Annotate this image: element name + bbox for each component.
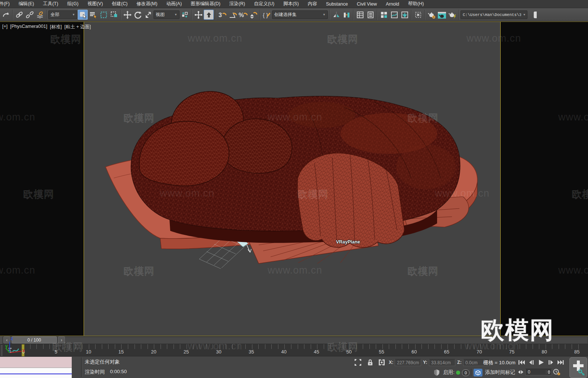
- listener-script-row[interactable]: [0, 368, 72, 378]
- cage-toggle-button[interactable]: [413, 10, 423, 20]
- unlink-icon[interactable]: [25, 10, 35, 20]
- align-button[interactable]: [342, 10, 352, 20]
- viewport-camera-label[interactable]: [PhysCamera001]: [10, 24, 47, 30]
- menu-item-11[interactable]: 脚本(S): [279, 0, 303, 8]
- scene-explorer-button[interactable]: [355, 10, 365, 20]
- edit-named-selection-sets-button[interactable]: { }: [262, 10, 272, 20]
- time-slider-track[interactable]: [65, 337, 587, 343]
- angle-snap-button[interactable]: [227, 10, 238, 20]
- ruler-label-5: 5: [55, 349, 57, 355]
- key-mode-toggle[interactable]: [517, 368, 524, 376]
- next-frame-button[interactable]: [546, 358, 555, 366]
- chevron-down-icon: ▼: [72, 13, 75, 16]
- go-to-start-button[interactable]: [517, 358, 526, 366]
- next-frame-arrow-button[interactable]: ›: [58, 336, 65, 343]
- bind-spacewarp-icon[interactable]: [35, 10, 45, 20]
- named-selection-sets-select[interactable]: 创建选择集 ▼: [272, 10, 328, 19]
- menu-item-5[interactable]: 创建(C): [107, 0, 132, 8]
- y-coord-field[interactable]: 33.814cm: [429, 359, 455, 366]
- menu-item-7[interactable]: 动画(A): [162, 0, 186, 8]
- ruler-label-75: 75: [509, 349, 514, 355]
- select-and-manipulate-button[interactable]: [193, 10, 203, 20]
- percent-snap-button[interactable]: %: [238, 10, 248, 20]
- listener-macro-row[interactable]: [0, 357, 72, 368]
- scale-button[interactable]: [143, 10, 153, 20]
- ruler-label-65: 65: [444, 349, 449, 355]
- menu-item-3[interactable]: 组(G): [63, 0, 83, 8]
- frame-spinner[interactable]: [546, 370, 552, 374]
- select-object-button[interactable]: [78, 10, 88, 20]
- divider: [471, 369, 472, 376]
- menu-item-14[interactable]: Civil View: [352, 1, 381, 7]
- render-time-label: 渲染时间: [85, 369, 105, 375]
- go-to-end-button[interactable]: [556, 358, 565, 366]
- y-coord-label: Y:: [423, 360, 427, 365]
- select-place-button[interactable]: [204, 10, 214, 20]
- clipped-toolbar-icon[interactable]: [528, 10, 538, 20]
- selection-filter-select[interactable]: 全部 ▼: [48, 10, 77, 19]
- menu-item-12[interactable]: 内容: [303, 0, 322, 8]
- z-coord-label: Z:: [457, 360, 462, 365]
- menu-item-10[interactable]: 自定义(U): [249, 0, 279, 8]
- snap-3d-button[interactable]: 3: [217, 10, 227, 20]
- menu-item-9[interactable]: 渲染(R): [225, 0, 249, 8]
- camera-view[interactable]: VRayPlane: [84, 22, 501, 336]
- selection-lock-toggle[interactable]: [366, 359, 374, 366]
- menu-item-2[interactable]: 工具(T): [39, 0, 63, 8]
- link-icon[interactable]: [14, 10, 24, 20]
- render-setup-button[interactable]: [426, 10, 436, 20]
- render-production-button[interactable]: [447, 10, 457, 20]
- rect-selection-region-button[interactable]: [98, 10, 109, 20]
- viewport-standard-label[interactable]: [标准]: [50, 24, 62, 30]
- menu-item-4[interactable]: 视图(V): [83, 0, 107, 8]
- use-pivot-center-button[interactable]: [180, 10, 190, 20]
- menu-item-0[interactable]: 文件(F): [0, 0, 14, 8]
- svg-text:x: x: [22, 348, 25, 353]
- x-coord-field[interactable]: 227.769cm: [395, 359, 421, 366]
- move-button[interactable]: [122, 10, 132, 20]
- ruler-label-70: 70: [476, 349, 482, 355]
- menu-item-8[interactable]: 图形编辑器(D): [186, 0, 225, 8]
- x-coord-label: X:: [389, 360, 394, 365]
- window-crossing-toggle[interactable]: [109, 10, 119, 20]
- dope-sheet-button[interactable]: [400, 10, 410, 20]
- layer-explorer-button[interactable]: [365, 10, 375, 20]
- select-by-name-button[interactable]: [88, 10, 98, 20]
- curve-editor-button[interactable]: [389, 10, 399, 20]
- play-button[interactable]: [537, 358, 545, 366]
- ruler-label-80: 80: [542, 349, 547, 355]
- menu-item-1[interactable]: 编辑(E): [14, 0, 39, 8]
- enable-count-badge: 0: [462, 369, 469, 376]
- spinner-snap-button[interactable]: [248, 10, 258, 20]
- add-time-tag[interactable]: 添加时间标记: [485, 369, 515, 376]
- drag-handle[interactable]: [0, 336, 2, 344]
- redo-button[interactable]: [1, 10, 11, 20]
- project-path-select[interactable]: C:\Users\Han\Documents\3ds Max 2022 ▼: [461, 10, 527, 19]
- previous-frame-button[interactable]: [527, 358, 536, 366]
- rendered-frame-window-button[interactable]: [437, 10, 447, 20]
- viewport-shading-label[interactable]: [粘土 + 边面]: [64, 24, 91, 30]
- time-tag-cube-button[interactable]: [474, 369, 482, 377]
- separator: [329, 10, 330, 20]
- time-configuration-button[interactable]: [553, 368, 560, 376]
- maxscript-mini-listener[interactable]: [0, 357, 72, 378]
- viewport[interactable]: [+] [PhysCamera001] [标准] [粘土 + 边面]: [0, 22, 588, 336]
- drag-handle[interactable]: [1, 345, 3, 356]
- set-key-plus-button[interactable]: [569, 357, 587, 378]
- mirror-button[interactable]: [331, 10, 341, 20]
- absolute-offset-toggle[interactable]: [378, 359, 386, 366]
- isolate-selection-toggle[interactable]: [354, 359, 362, 366]
- viewport-label[interactable]: [+] [PhysCamera001] [标准] [粘土 + 边面]: [2, 24, 91, 30]
- timeline-ruler[interactable]: 0510152025303540455055606570758085: [0, 344, 588, 356]
- ref-coord-select[interactable]: 视图 ▼: [154, 10, 180, 19]
- menu-item-15[interactable]: Arnold: [381, 1, 404, 7]
- viewport-menu-plus[interactable]: [+]: [2, 24, 7, 30]
- adaptive-degradation-shield-icon[interactable]: [433, 369, 441, 376]
- rotate-button[interactable]: [133, 10, 143, 20]
- menu-item-16[interactable]: 帮助(H): [404, 0, 428, 8]
- current-frame-field[interactable]: 0: [525, 369, 552, 375]
- menu-item-6[interactable]: 修改器(M): [132, 0, 162, 8]
- menu-item-13[interactable]: Substance: [322, 1, 352, 7]
- ribbon-toggle-button[interactable]: [379, 10, 389, 20]
- svg-text:3: 3: [219, 12, 222, 18]
